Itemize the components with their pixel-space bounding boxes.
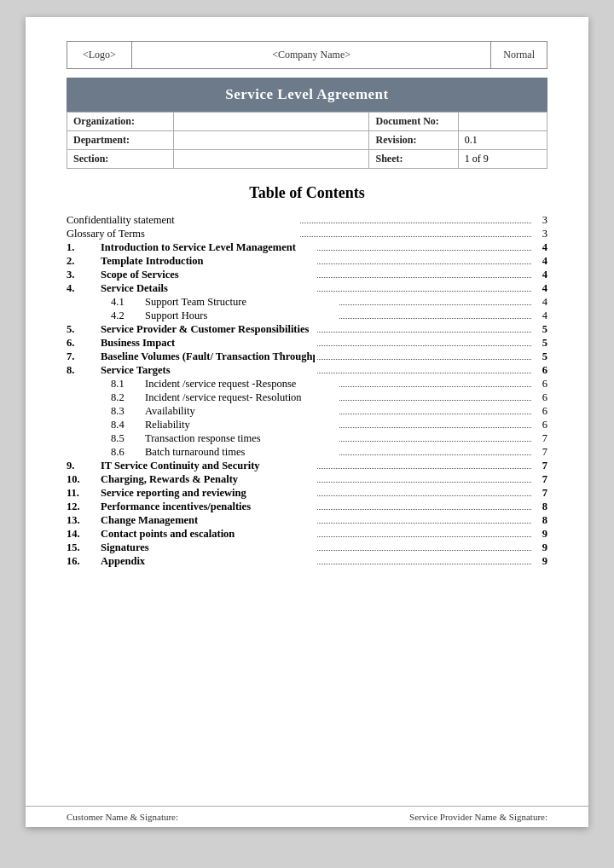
toc-label: Baseline Volumes (Fault/ Transaction Thr… (101, 350, 315, 363)
toc-page: 8 (534, 501, 547, 513)
toc-page: 4 (534, 255, 547, 268)
header-row: <Logo> <Company Name> Normal (67, 41, 547, 69)
toc-page: 6 (534, 405, 547, 418)
toc-number: 8.1 (111, 378, 145, 391)
logo-cell: <Logo> (67, 42, 132, 68)
toc-page: 7 (534, 460, 547, 472)
toc-label: Availability (145, 405, 337, 418)
toc-number: 16. (67, 555, 101, 568)
page-footer: Customer Name & Signature: Service Provi… (26, 806, 588, 827)
toc-title: Table of Contents (67, 184, 547, 202)
toc-entry: 12.Performance incentives/penalties8 (67, 501, 547, 513)
toc-page: 3 (534, 228, 547, 240)
toc-entry: 1.Introduction to Service Level Manageme… (67, 241, 547, 254)
toc-dots (339, 304, 531, 305)
toc-label: Introduction to Service Level Management (101, 241, 315, 254)
toc-number: 1. (67, 241, 101, 254)
status-text: Normal (503, 49, 535, 61)
company-name-text: <Company Name> (272, 49, 350, 61)
info-row: Department: Revision: 0.1 (67, 131, 547, 150)
toc-dots (300, 236, 531, 237)
toc-page: 7 (534, 432, 547, 445)
toc-label: Incident /service request -Response (145, 378, 337, 391)
toc-label: Performance incentives/penalties (101, 501, 315, 513)
toc-entry: Glossary of Terms3 (67, 228, 547, 240)
page-content: <Logo> <Company Name> Normal Service Lev… (26, 17, 588, 806)
toc-dots (300, 223, 531, 223)
toc-number: 12. (67, 501, 101, 513)
toc-page: 9 (534, 541, 547, 554)
toc-entry: 8.3Availability6 (67, 405, 547, 418)
toc-entry: 8.2Incident /service request- Resolution… (67, 391, 547, 404)
toc-entry: 3.Scope of Services4 (67, 269, 547, 281)
footer-right: Service Provider Name & Signature: (409, 812, 547, 822)
toc-entry: Confidentiality statement3 (67, 214, 547, 227)
toc-number: 10. (67, 473, 101, 486)
toc-page: 4 (534, 310, 547, 322)
toc-page: 9 (534, 555, 547, 568)
info-value (174, 131, 369, 150)
toc-page: 4 (534, 296, 547, 309)
toc-label: Charging, Rewards & Penalty (101, 473, 315, 486)
toc-label: Transaction response times (145, 432, 337, 445)
toc-label: Signatures (101, 541, 315, 554)
toc-dots (317, 345, 531, 346)
document-page: <Logo> <Company Name> Normal Service Lev… (26, 17, 588, 827)
toc-number: 9. (67, 460, 101, 472)
toc-label: Template Introduction (101, 255, 315, 268)
toc-entry: 8.1Incident /service request -Response6 (67, 378, 547, 391)
toc-label: Service reporting and reviewing (101, 487, 315, 500)
title-banner: Service Level Agreement (67, 78, 547, 112)
info-table: Organization: Document No: Department: R… (67, 112, 547, 169)
title-text: Service Level Agreement (225, 86, 389, 102)
toc-number: 8.2 (111, 391, 145, 404)
toc-page: 7 (534, 446, 547, 459)
toc-label: Contact points and escalation (101, 528, 315, 541)
toc-page: 6 (534, 419, 547, 431)
toc-number: 6. (67, 337, 101, 350)
toc-label: Change Management (101, 514, 315, 527)
toc-page: 7 (534, 487, 547, 500)
toc-entry: 13.Change Management8 (67, 514, 547, 527)
toc-page: 4 (534, 269, 547, 281)
toc-label: Support Team Structure (145, 296, 337, 309)
toc-label: Incident /service request- Resolution (145, 391, 337, 404)
toc-dots (317, 536, 531, 537)
toc-entry: 4.Service Details4 (67, 282, 547, 295)
toc-list: Confidentiality statement3Glossary of Te… (67, 214, 547, 568)
toc-number: 4.1 (111, 296, 145, 309)
toc-dots (317, 291, 531, 292)
toc-entry: 9.IT Service Continuity and Security7 (67, 460, 547, 472)
toc-label: Support Hours (145, 310, 337, 322)
info-label2: Revision: (369, 131, 458, 150)
toc-dots (317, 564, 531, 564)
info-row: Organization: Document No: (67, 113, 547, 131)
toc-dots (339, 400, 531, 401)
toc-number: 8.6 (111, 446, 145, 459)
toc-label: Confidentiality statement (67, 214, 298, 227)
toc-label: Service Details (101, 282, 315, 295)
toc-label: Service Provider & Customer Responsibili… (101, 323, 315, 336)
toc-entry: 15.Signatures9 (67, 541, 547, 554)
toc-entry: 4.2Support Hours4 (67, 310, 547, 322)
toc-dots (317, 550, 531, 551)
toc-number: 11. (67, 487, 101, 500)
toc-entry: 11.Service reporting and reviewing7 (67, 487, 547, 500)
toc-number: 2. (67, 255, 101, 268)
toc-page: 3 (534, 214, 547, 227)
footer-left: Customer Name & Signature: (67, 812, 178, 822)
toc-page: 5 (534, 323, 547, 336)
toc-page: 6 (534, 391, 547, 404)
toc-entry: 8.Service Targets6 (67, 364, 547, 377)
toc-label: Appendix (101, 555, 315, 568)
toc-dots (317, 509, 531, 510)
toc-entry: 16.Appendix9 (67, 555, 547, 568)
toc-page: 4 (534, 282, 547, 295)
toc-number: 8.3 (111, 405, 145, 418)
toc-dots (317, 373, 531, 373)
toc-dots (339, 318, 531, 319)
toc-number: 5. (67, 323, 101, 336)
info-value2: 1 of 9 (458, 150, 547, 169)
toc-dots (317, 263, 531, 264)
toc-dots (339, 454, 531, 455)
